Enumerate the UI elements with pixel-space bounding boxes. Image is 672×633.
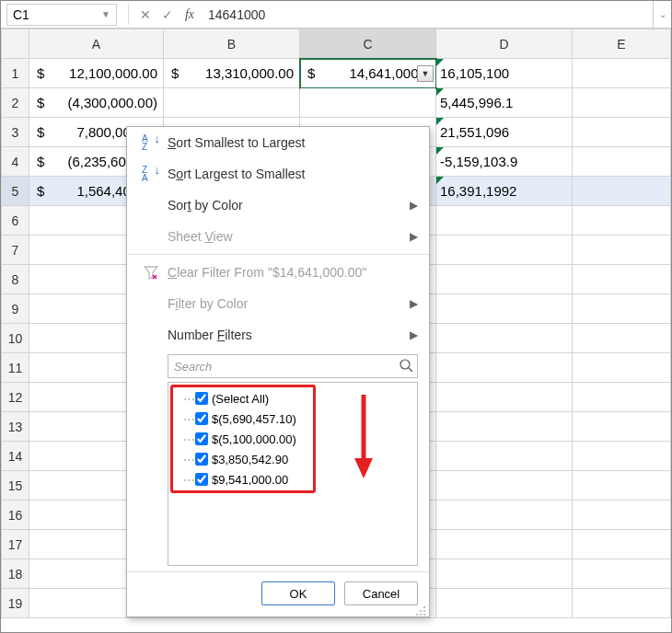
row-header[interactable]: 9: [2, 294, 29, 324]
filter-value-item[interactable]: ⋯$9,541,000.00: [174, 469, 411, 489]
cell[interactable]: 5,445,996.1: [436, 88, 573, 118]
cell[interactable]: [573, 88, 671, 118]
checkbox[interactable]: [195, 392, 208, 405]
cell[interactable]: 16,105,100: [436, 59, 573, 88]
row-header[interactable]: 12: [2, 383, 29, 412]
row-header[interactable]: 19: [2, 589, 29, 618]
col-header-c[interactable]: C: [300, 29, 436, 59]
row-header[interactable]: 5: [2, 177, 29, 206]
cell[interactable]: [436, 501, 573, 530]
confirm-edit-button[interactable]: ✓: [156, 4, 179, 26]
cell[interactable]: [436, 324, 573, 353]
cell[interactable]: [164, 88, 300, 118]
cell[interactable]: [573, 294, 671, 324]
svg-point-5: [423, 610, 425, 612]
cell[interactable]: [573, 118, 671, 147]
col-header-b[interactable]: B: [164, 29, 300, 59]
col-header-e[interactable]: E: [573, 29, 671, 59]
menu-label: Sort Largest to Smallest: [164, 167, 418, 181]
resize-grip-icon[interactable]: [416, 604, 427, 615]
filter-search-input[interactable]: [168, 354, 418, 378]
filter-dropdown-button[interactable]: ▼: [417, 65, 434, 82]
cell[interactable]: [573, 412, 671, 442]
checkbox[interactable]: [195, 453, 208, 466]
cell[interactable]: 21,551,096: [436, 118, 573, 147]
row-header[interactable]: 14: [2, 442, 29, 471]
sort-asc-icon: AZ↓: [138, 134, 164, 151]
name-box[interactable]: C1 ▼: [6, 4, 117, 26]
row-header[interactable]: 4: [2, 147, 29, 177]
cell[interactable]: $13,310,000.00: [164, 59, 300, 88]
cell[interactable]: [573, 530, 671, 559]
cell[interactable]: [573, 59, 671, 88]
cell[interactable]: [436, 353, 573, 383]
cell[interactable]: [436, 589, 573, 618]
ok-button[interactable]: OK: [261, 581, 335, 605]
cell-active[interactable]: $14,641,000.0 ▼: [300, 59, 436, 88]
checkbox[interactable]: [195, 432, 208, 445]
row-header[interactable]: 7: [2, 236, 29, 265]
cell[interactable]: -5,159,103.9: [436, 147, 573, 177]
cell[interactable]: [573, 265, 671, 294]
filter-value-item[interactable]: ⋯(Select All): [174, 388, 411, 409]
cell[interactable]: [573, 206, 671, 236]
cell[interactable]: [436, 412, 573, 442]
row-header[interactable]: 1: [2, 59, 29, 88]
cell[interactable]: 16,391,1992: [436, 177, 573, 206]
cell[interactable]: [436, 559, 573, 589]
cell[interactable]: [573, 177, 671, 206]
checkbox[interactable]: [195, 473, 208, 486]
formula-input[interactable]: [201, 4, 653, 26]
cell[interactable]: [573, 559, 671, 589]
row-header[interactable]: 6: [2, 206, 29, 236]
cell[interactable]: [436, 442, 573, 471]
row-header[interactable]: 2: [2, 88, 29, 118]
row-header[interactable]: 3: [2, 118, 29, 147]
cell[interactable]: [573, 471, 671, 501]
cancel-edit-button[interactable]: ✕: [134, 4, 156, 26]
sort-by-color-item[interactable]: Sort by Color ▶: [127, 190, 429, 221]
cell[interactable]: $(4,300,000.00): [29, 88, 164, 118]
cell[interactable]: [436, 383, 573, 412]
checkbox[interactable]: [195, 412, 208, 425]
error-indicator-icon: [436, 88, 444, 96]
col-header-d[interactable]: D: [436, 29, 573, 59]
cell[interactable]: [436, 236, 573, 265]
row-header[interactable]: 8: [2, 265, 29, 294]
expand-formula-bar-button[interactable]: ⌄: [653, 1, 671, 28]
cell[interactable]: [300, 88, 436, 118]
number-filters-item[interactable]: Number Filters ▶: [127, 319, 429, 351]
cell[interactable]: [436, 471, 573, 501]
cell[interactable]: [436, 294, 573, 324]
cell[interactable]: [436, 206, 573, 236]
sort-ascending-item[interactable]: AZ↓ Sort Smallest to Largest: [127, 127, 429, 158]
cell[interactable]: [573, 589, 671, 618]
chevron-right-icon: ▶: [410, 199, 418, 212]
cell[interactable]: [573, 383, 671, 412]
filter-value-item[interactable]: ⋯$(5,690,457.10): [174, 409, 411, 429]
cell[interactable]: [573, 501, 671, 530]
col-header-a[interactable]: A: [29, 29, 164, 59]
cell[interactable]: [573, 147, 671, 177]
cell[interactable]: [573, 236, 671, 265]
row-header[interactable]: 17: [2, 530, 29, 559]
cell[interactable]: [436, 265, 573, 294]
filter-value-item[interactable]: ⋯$(5,100,000.00): [174, 429, 411, 449]
select-all-corner[interactable]: [2, 29, 29, 59]
insert-function-button[interactable]: fx: [179, 4, 201, 26]
sort-descending-item[interactable]: ZA↓ Sort Largest to Smallest: [127, 158, 429, 190]
filter-value-item[interactable]: ⋯$3,850,542.90: [174, 449, 411, 469]
chevron-right-icon: ▶: [410, 328, 418, 341]
row-header[interactable]: 15: [2, 471, 29, 501]
cell[interactable]: $12,100,000.00: [29, 59, 164, 88]
row-header[interactable]: 18: [2, 559, 29, 589]
cell[interactable]: [436, 530, 573, 559]
cell[interactable]: [573, 324, 671, 353]
row-header[interactable]: 13: [2, 412, 29, 442]
row-header[interactable]: 11: [2, 353, 29, 383]
cell[interactable]: [573, 353, 671, 383]
cell[interactable]: [573, 442, 671, 471]
cancel-button[interactable]: Cancel: [344, 581, 418, 605]
row-header[interactable]: 16: [2, 501, 29, 530]
row-header[interactable]: 10: [2, 324, 29, 353]
